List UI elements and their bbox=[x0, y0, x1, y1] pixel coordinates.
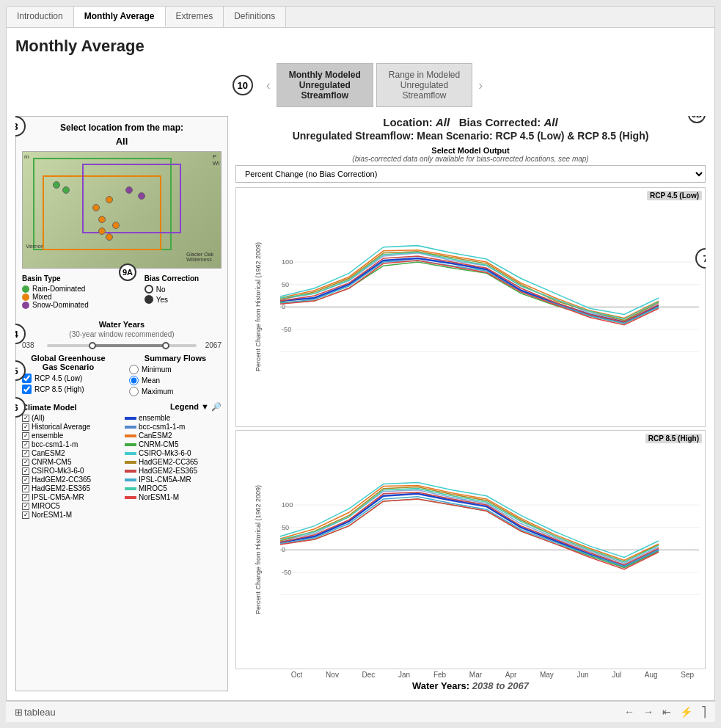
map-dot-4[interactable] bbox=[138, 192, 145, 200]
basin-type-title: Basin Type bbox=[22, 274, 89, 283]
model-hadcc: HadGEM2-CC365 bbox=[22, 476, 119, 484]
toolbar-forward[interactable]: → bbox=[643, 706, 654, 718]
radio-min[interactable] bbox=[129, 365, 139, 374]
x-sep: Sep bbox=[681, 671, 694, 679]
model-all-cb[interactable] bbox=[22, 415, 29, 422]
x-jun: Jun bbox=[577, 671, 589, 679]
carousel-item-1[interactable]: Monthly ModeledUnregulatedStreamflow bbox=[277, 63, 373, 107]
slider-min: 038 bbox=[22, 341, 44, 349]
cnrm-legend-label: CNRM-CM5 bbox=[139, 440, 178, 448]
legend-miroc: MIROC5 bbox=[125, 484, 222, 492]
right-panel: 9B Location: All Bias Corrected: All Unr… bbox=[235, 116, 706, 691]
rain-dot bbox=[22, 285, 29, 293]
legend-col-basin: Basin Type Rain-Dominated Mixed bbox=[22, 274, 89, 309]
gg-section: Global GreenhouseGas Scenario RCP 4.5 (L… bbox=[22, 354, 222, 398]
chart-svg-top: 100 50 0 -50 bbox=[280, 194, 699, 421]
model-hades-label: HadGEM2-ES365 bbox=[32, 484, 90, 492]
bias-no: No bbox=[144, 285, 199, 294]
legend-cnrm: CNRM-CM5 bbox=[125, 440, 222, 448]
map-area[interactable]: m PWi Vernor Glacier OakWilderness bbox=[22, 151, 222, 269]
gg-col: Global GreenhouseGas Scenario RCP 4.5 (L… bbox=[22, 354, 114, 398]
model-output-select[interactable]: Percent Change (no Bias Correction) bbox=[235, 165, 706, 183]
x-jan: Jan bbox=[398, 671, 410, 679]
radio-max[interactable] bbox=[129, 387, 139, 396]
water-years-title: Water Years bbox=[22, 320, 222, 329]
gg-checkbox-2[interactable] bbox=[22, 385, 32, 394]
ipsl-legend-label: IPSL-CM5A-MR bbox=[139, 476, 191, 484]
map-dot-8[interactable] bbox=[106, 233, 113, 241]
toolbar-first[interactable]: ⇤ bbox=[662, 706, 671, 718]
map-label-p: PWi bbox=[213, 153, 219, 167]
carousel-next[interactable]: › bbox=[472, 78, 488, 93]
x-aug: Aug bbox=[645, 671, 658, 679]
model-ens-cb[interactable] bbox=[22, 432, 29, 440]
toolbar-back[interactable]: ← bbox=[624, 706, 634, 718]
radio-mean[interactable] bbox=[129, 376, 139, 385]
map-dot-9[interactable] bbox=[53, 181, 60, 189]
panels-relative: 3 4 5 6 7 9A Select location from the ma… bbox=[15, 116, 706, 691]
summary-title: Summary Flows bbox=[129, 354, 222, 363]
map-dot-5[interactable] bbox=[98, 216, 106, 223]
legend-rain: Rain-Dominated bbox=[22, 285, 89, 293]
slider-thumb-left[interactable] bbox=[89, 342, 96, 349]
map-label-glacier: Glacier OakWilderness bbox=[186, 252, 213, 262]
model-miroc-label: MIROC5 bbox=[32, 502, 60, 510]
tab-extremes[interactable]: Extremes bbox=[166, 7, 224, 27]
tab-monthly-average[interactable]: Monthly Average bbox=[74, 7, 166, 27]
summary-max: Maximum bbox=[129, 387, 222, 396]
model-hist-cb[interactable] bbox=[22, 423, 29, 431]
snow-dot bbox=[22, 302, 29, 309]
model-ipsl: IPSL-CM5A-MR bbox=[22, 493, 119, 501]
gg-item-2: RCP 8.5 (High) bbox=[22, 385, 114, 394]
tab-introduction[interactable]: Introduction bbox=[7, 7, 74, 27]
model-cnrm-cb[interactable] bbox=[22, 459, 29, 466]
slider-row: 038 2067 bbox=[22, 341, 222, 349]
model-historical: Historical Average bbox=[22, 423, 119, 431]
toolbar-share[interactable]: ⚡ bbox=[680, 706, 692, 718]
cnrm-color bbox=[125, 443, 136, 446]
model-csiro-cb[interactable] bbox=[22, 467, 29, 475]
model-hades-cb[interactable] bbox=[22, 485, 29, 492]
carousel-item-2[interactable]: Range in ModeledUnregulatedStreamflow bbox=[376, 63, 472, 107]
climate-model-title: Climate Model bbox=[22, 403, 77, 412]
map-purple-region bbox=[82, 164, 181, 233]
carousel-prev[interactable]: ‹ bbox=[260, 78, 277, 93]
slider-max: 2067 bbox=[200, 341, 222, 349]
legend-snow: Snow-Dominated bbox=[22, 301, 89, 309]
model-ipsl-label: IPSL-CM5A-MR bbox=[32, 493, 84, 501]
model-miroc-cb[interactable] bbox=[22, 503, 29, 510]
can-color bbox=[125, 434, 136, 437]
map-dot-7[interactable] bbox=[98, 228, 106, 235]
water-years-display: Water Years: 2038 to 2067 bbox=[235, 680, 706, 691]
svg-text:-50: -50 bbox=[282, 568, 291, 575]
model-can-cb[interactable] bbox=[22, 450, 29, 457]
model-noresm-cb[interactable] bbox=[22, 512, 29, 519]
map-label-vernor: Vernor bbox=[26, 243, 43, 250]
slider-thumb-right[interactable] bbox=[162, 342, 169, 349]
summary-mean-label: Mean bbox=[142, 376, 160, 385]
y-label-bottom: Percent Change from Historical (1962 200… bbox=[236, 431, 280, 669]
gg-title: Global GreenhouseGas Scenario bbox=[22, 354, 114, 371]
bias-val: All bbox=[544, 116, 558, 128]
model-bcc: bcc-csm1-1-m bbox=[22, 440, 119, 448]
carousel-area: 10 ‹ Monthly ModeledUnregulatedStreamflo… bbox=[15, 63, 706, 107]
slider-track[interactable] bbox=[47, 344, 197, 347]
badge-9a: 9A bbox=[119, 263, 136, 281]
legend-can: CanESM2 bbox=[125, 432, 222, 440]
bcc-color bbox=[125, 426, 136, 429]
x-oct: Oct bbox=[291, 671, 303, 679]
model-noresm-label: NorESM1-M bbox=[32, 511, 72, 519]
model-bcc-cb[interactable] bbox=[22, 441, 29, 448]
tab-definitions[interactable]: Definitions bbox=[224, 7, 286, 27]
model-ipsl-cb[interactable] bbox=[22, 494, 29, 501]
summary-col: Summary Flows Minimum Mean Maximum bbox=[129, 354, 222, 398]
legend-csiro: CSIRO-Mk3-6-0 bbox=[125, 449, 222, 457]
map-dot-6[interactable] bbox=[112, 222, 120, 229]
summary-mean: Mean bbox=[129, 376, 222, 385]
map-dot-1[interactable] bbox=[92, 204, 100, 211]
model-hadcc-cb[interactable] bbox=[22, 476, 29, 484]
hades-legend-label: HadGEM2-ES365 bbox=[139, 467, 197, 475]
toolbar-download[interactable]: ⎤ bbox=[701, 706, 706, 718]
y-label-top-text: Percent Change from Historical (1962 200… bbox=[255, 242, 262, 371]
tableau-logo-text: tableau bbox=[24, 707, 56, 718]
